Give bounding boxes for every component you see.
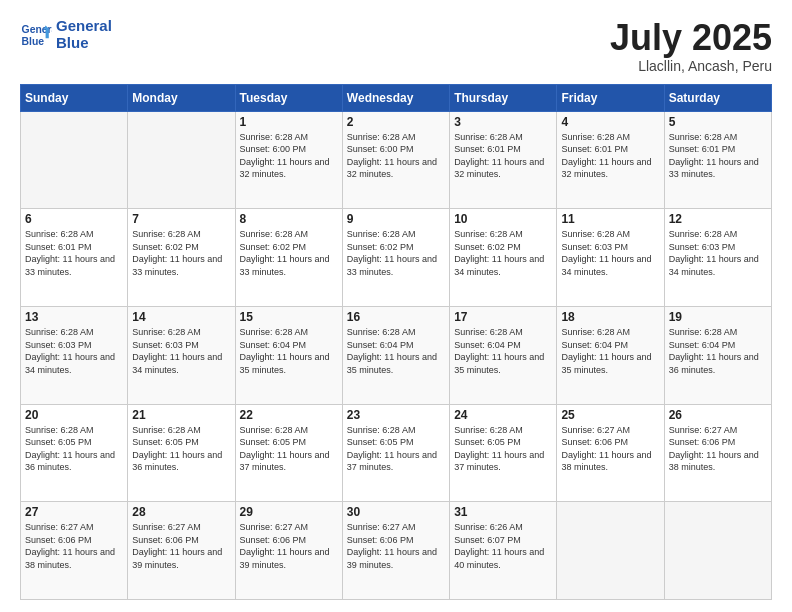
day-detail: Sunrise: 6:27 AMSunset: 6:06 PMDaylight:… <box>25 521 123 571</box>
calendar-cell: 25Sunrise: 6:27 AMSunset: 6:06 PMDayligh… <box>557 404 664 502</box>
day-number: 14 <box>132 310 230 324</box>
calendar-cell <box>21 111 128 209</box>
day-number: 30 <box>347 505 445 519</box>
day-number: 4 <box>561 115 659 129</box>
day-detail: Sunrise: 6:28 AMSunset: 6:01 PMDaylight:… <box>561 131 659 181</box>
day-detail: Sunrise: 6:27 AMSunset: 6:06 PMDaylight:… <box>561 424 659 474</box>
calendar-cell: 22Sunrise: 6:28 AMSunset: 6:05 PMDayligh… <box>235 404 342 502</box>
calendar-cell: 31Sunrise: 6:26 AMSunset: 6:07 PMDayligh… <box>450 502 557 600</box>
day-number: 5 <box>669 115 767 129</box>
day-number: 9 <box>347 212 445 226</box>
location: Llacllin, Ancash, Peru <box>610 58 772 74</box>
day-detail: Sunrise: 6:28 AMSunset: 6:05 PMDaylight:… <box>132 424 230 474</box>
weekday-header-saturday: Saturday <box>664 84 771 111</box>
day-detail: Sunrise: 6:28 AMSunset: 6:02 PMDaylight:… <box>347 228 445 278</box>
day-detail: Sunrise: 6:26 AMSunset: 6:07 PMDaylight:… <box>454 521 552 571</box>
title-block: July 2025 Llacllin, Ancash, Peru <box>610 18 772 74</box>
day-detail: Sunrise: 6:28 AMSunset: 6:00 PMDaylight:… <box>240 131 338 181</box>
day-number: 18 <box>561 310 659 324</box>
day-number: 1 <box>240 115 338 129</box>
page: General Blue General Blue July 2025 Llac… <box>0 0 792 612</box>
calendar-cell: 4Sunrise: 6:28 AMSunset: 6:01 PMDaylight… <box>557 111 664 209</box>
calendar-cell: 20Sunrise: 6:28 AMSunset: 6:05 PMDayligh… <box>21 404 128 502</box>
calendar-cell: 17Sunrise: 6:28 AMSunset: 6:04 PMDayligh… <box>450 306 557 404</box>
day-number: 19 <box>669 310 767 324</box>
calendar-cell: 19Sunrise: 6:28 AMSunset: 6:04 PMDayligh… <box>664 306 771 404</box>
calendar-cell: 9Sunrise: 6:28 AMSunset: 6:02 PMDaylight… <box>342 209 449 307</box>
calendar-cell: 14Sunrise: 6:28 AMSunset: 6:03 PMDayligh… <box>128 306 235 404</box>
weekday-header-row: SundayMondayTuesdayWednesdayThursdayFrid… <box>21 84 772 111</box>
calendar-cell: 28Sunrise: 6:27 AMSunset: 6:06 PMDayligh… <box>128 502 235 600</box>
day-number: 3 <box>454 115 552 129</box>
calendar-cell: 23Sunrise: 6:28 AMSunset: 6:05 PMDayligh… <box>342 404 449 502</box>
weekday-header-tuesday: Tuesday <box>235 84 342 111</box>
calendar-cell <box>128 111 235 209</box>
calendar-cell: 15Sunrise: 6:28 AMSunset: 6:04 PMDayligh… <box>235 306 342 404</box>
calendar-cell: 12Sunrise: 6:28 AMSunset: 6:03 PMDayligh… <box>664 209 771 307</box>
calendar-cell: 26Sunrise: 6:27 AMSunset: 6:06 PMDayligh… <box>664 404 771 502</box>
day-detail: Sunrise: 6:28 AMSunset: 6:01 PMDaylight:… <box>669 131 767 181</box>
day-detail: Sunrise: 6:27 AMSunset: 6:06 PMDaylight:… <box>347 521 445 571</box>
day-detail: Sunrise: 6:28 AMSunset: 6:05 PMDaylight:… <box>347 424 445 474</box>
day-number: 8 <box>240 212 338 226</box>
day-number: 17 <box>454 310 552 324</box>
week-row-1: 1Sunrise: 6:28 AMSunset: 6:00 PMDaylight… <box>21 111 772 209</box>
calendar-cell: 27Sunrise: 6:27 AMSunset: 6:06 PMDayligh… <box>21 502 128 600</box>
day-detail: Sunrise: 6:28 AMSunset: 6:03 PMDaylight:… <box>25 326 123 376</box>
week-row-5: 27Sunrise: 6:27 AMSunset: 6:06 PMDayligh… <box>21 502 772 600</box>
day-number: 13 <box>25 310 123 324</box>
logo: General Blue General Blue <box>20 18 112 51</box>
calendar-cell: 6Sunrise: 6:28 AMSunset: 6:01 PMDaylight… <box>21 209 128 307</box>
week-row-3: 13Sunrise: 6:28 AMSunset: 6:03 PMDayligh… <box>21 306 772 404</box>
calendar-table: SundayMondayTuesdayWednesdayThursdayFrid… <box>20 84 772 600</box>
day-number: 28 <box>132 505 230 519</box>
day-detail: Sunrise: 6:28 AMSunset: 6:04 PMDaylight:… <box>240 326 338 376</box>
calendar-cell: 29Sunrise: 6:27 AMSunset: 6:06 PMDayligh… <box>235 502 342 600</box>
day-detail: Sunrise: 6:27 AMSunset: 6:06 PMDaylight:… <box>132 521 230 571</box>
calendar-cell: 2Sunrise: 6:28 AMSunset: 6:00 PMDaylight… <box>342 111 449 209</box>
day-detail: Sunrise: 6:28 AMSunset: 6:03 PMDaylight:… <box>132 326 230 376</box>
week-row-2: 6Sunrise: 6:28 AMSunset: 6:01 PMDaylight… <box>21 209 772 307</box>
day-detail: Sunrise: 6:28 AMSunset: 6:05 PMDaylight:… <box>240 424 338 474</box>
calendar-cell: 5Sunrise: 6:28 AMSunset: 6:01 PMDaylight… <box>664 111 771 209</box>
day-number: 2 <box>347 115 445 129</box>
day-number: 20 <box>25 408 123 422</box>
day-number: 24 <box>454 408 552 422</box>
calendar-cell: 16Sunrise: 6:28 AMSunset: 6:04 PMDayligh… <box>342 306 449 404</box>
week-row-4: 20Sunrise: 6:28 AMSunset: 6:05 PMDayligh… <box>21 404 772 502</box>
calendar-cell: 24Sunrise: 6:28 AMSunset: 6:05 PMDayligh… <box>450 404 557 502</box>
calendar-cell: 3Sunrise: 6:28 AMSunset: 6:01 PMDaylight… <box>450 111 557 209</box>
month-title: July 2025 <box>610 18 772 58</box>
day-number: 10 <box>454 212 552 226</box>
logo-blue: Blue <box>56 35 112 52</box>
calendar-cell: 1Sunrise: 6:28 AMSunset: 6:00 PMDaylight… <box>235 111 342 209</box>
day-number: 7 <box>132 212 230 226</box>
calendar-cell: 11Sunrise: 6:28 AMSunset: 6:03 PMDayligh… <box>557 209 664 307</box>
day-number: 25 <box>561 408 659 422</box>
calendar-cell: 18Sunrise: 6:28 AMSunset: 6:04 PMDayligh… <box>557 306 664 404</box>
calendar-cell: 30Sunrise: 6:27 AMSunset: 6:06 PMDayligh… <box>342 502 449 600</box>
weekday-header-thursday: Thursday <box>450 84 557 111</box>
calendar-cell <box>557 502 664 600</box>
day-number: 16 <box>347 310 445 324</box>
svg-text:Blue: Blue <box>22 35 45 46</box>
day-number: 15 <box>240 310 338 324</box>
day-detail: Sunrise: 6:28 AMSunset: 6:04 PMDaylight:… <box>347 326 445 376</box>
calendar-cell: 8Sunrise: 6:28 AMSunset: 6:02 PMDaylight… <box>235 209 342 307</box>
day-number: 31 <box>454 505 552 519</box>
day-detail: Sunrise: 6:27 AMSunset: 6:06 PMDaylight:… <box>240 521 338 571</box>
day-detail: Sunrise: 6:28 AMSunset: 6:01 PMDaylight:… <box>25 228 123 278</box>
day-number: 12 <box>669 212 767 226</box>
day-detail: Sunrise: 6:28 AMSunset: 6:05 PMDaylight:… <box>25 424 123 474</box>
day-number: 6 <box>25 212 123 226</box>
day-detail: Sunrise: 6:28 AMSunset: 6:02 PMDaylight:… <box>240 228 338 278</box>
day-detail: Sunrise: 6:28 AMSunset: 6:04 PMDaylight:… <box>669 326 767 376</box>
day-detail: Sunrise: 6:28 AMSunset: 6:00 PMDaylight:… <box>347 131 445 181</box>
calendar-cell <box>664 502 771 600</box>
logo-icon: General Blue <box>20 19 52 51</box>
day-detail: Sunrise: 6:28 AMSunset: 6:02 PMDaylight:… <box>454 228 552 278</box>
header: General Blue General Blue July 2025 Llac… <box>20 18 772 74</box>
weekday-header-monday: Monday <box>128 84 235 111</box>
weekday-header-sunday: Sunday <box>21 84 128 111</box>
day-number: 26 <box>669 408 767 422</box>
